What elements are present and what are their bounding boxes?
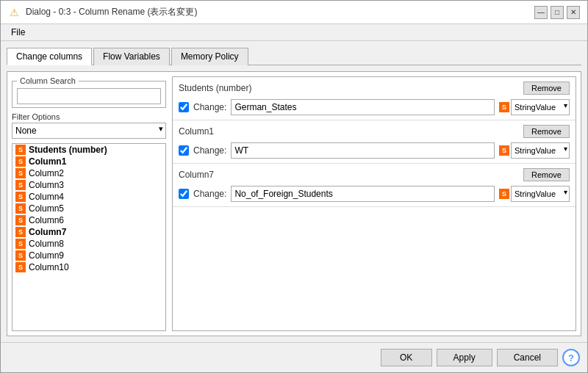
list-item[interactable]: SColumn6 bbox=[12, 214, 165, 226]
section-header: Column7Remove bbox=[179, 168, 570, 181]
apply-button[interactable]: Apply bbox=[437, 349, 492, 366]
main-window: ⚠ Dialog - 0:3 - Column Rename (表示名変更) —… bbox=[0, 0, 588, 373]
empty-space bbox=[173, 207, 576, 330]
column-name-label: Column1 bbox=[29, 156, 66, 167]
s-type-icon: S bbox=[15, 239, 26, 249]
change-label: Change: bbox=[193, 102, 226, 112]
type-select-outer: StringValue bbox=[511, 142, 570, 159]
change-checkbox[interactable] bbox=[179, 102, 189, 112]
change-row: Change:SStringValue bbox=[179, 99, 570, 115]
filter-label: Filter Options bbox=[12, 112, 166, 121]
list-item[interactable]: SColumn10 bbox=[12, 261, 165, 273]
s-type-icon: S bbox=[15, 215, 26, 225]
list-item[interactable]: SColumn9 bbox=[12, 250, 165, 261]
s-type-icon: S bbox=[15, 156, 26, 167]
rename-section: Column7RemoveChange:SStringValue bbox=[173, 164, 576, 207]
column-list: SStudents (number)SColumn1SColumn2SColum… bbox=[12, 143, 166, 331]
footer: OK Apply Cancel ? bbox=[1, 342, 587, 372]
s-type-badge: S bbox=[499, 102, 509, 112]
column-name-label: Column4 bbox=[29, 192, 64, 202]
rename-input[interactable] bbox=[231, 186, 495, 202]
s-type-icon: S bbox=[15, 227, 26, 237]
list-item[interactable]: SColumn5 bbox=[12, 203, 165, 214]
s-type-icon: S bbox=[15, 250, 26, 261]
filter-select-wrapper: None bbox=[12, 123, 166, 139]
remove-button[interactable]: Remove bbox=[523, 82, 570, 95]
rename-input[interactable] bbox=[231, 99, 495, 115]
tab-flow-variables[interactable]: Flow Variables bbox=[93, 48, 170, 65]
column-name-label: Column9 bbox=[29, 250, 64, 261]
title-controls: — □ ✕ bbox=[534, 6, 580, 19]
type-select[interactable]: StringValue bbox=[511, 142, 570, 159]
cancel-button[interactable]: Cancel bbox=[497, 349, 558, 366]
filter-select[interactable]: None bbox=[12, 123, 166, 139]
title-bar: ⚠ Dialog - 0:3 - Column Rename (表示名変更) —… bbox=[1, 1, 587, 24]
rename-input[interactable] bbox=[231, 142, 495, 159]
rename-section: Students (number)RemoveChange:SStringVal… bbox=[173, 77, 576, 120]
s-type-icon: S bbox=[15, 203, 26, 214]
ok-button[interactable]: OK bbox=[381, 349, 432, 366]
right-panel: Students (number)RemoveChange:SStringVal… bbox=[172, 76, 576, 331]
list-item[interactable]: SColumn1 bbox=[12, 156, 165, 167]
title-bar-left: ⚠ Dialog - 0:3 - Column Rename (表示名変更) bbox=[8, 6, 197, 18]
s-type-badge: S bbox=[499, 145, 509, 156]
tab-change-columns[interactable]: Change columns bbox=[7, 48, 92, 65]
type-select[interactable]: StringValue bbox=[511, 186, 570, 202]
list-item[interactable]: SColumn4 bbox=[12, 191, 165, 203]
close-button[interactable]: ✕ bbox=[567, 6, 580, 19]
tab-memory-policy[interactable]: Memory Policy bbox=[171, 48, 248, 65]
change-label: Change: bbox=[193, 145, 226, 156]
column-name-label: Students (number) bbox=[29, 145, 107, 155]
type-select[interactable]: StringValue bbox=[511, 99, 570, 115]
type-select-outer: StringValue bbox=[511, 186, 570, 202]
section-title: Column1 bbox=[179, 126, 214, 137]
window-title: Dialog - 0:3 - Column Rename (表示名変更) bbox=[26, 6, 197, 18]
list-item[interactable]: SColumn7 bbox=[12, 226, 165, 238]
menu-bar: File bbox=[1, 24, 587, 41]
list-item[interactable]: SStudents (number) bbox=[12, 144, 165, 156]
type-select-wrapper: SStringValue bbox=[499, 186, 570, 202]
warning-icon: ⚠ bbox=[8, 7, 20, 18]
list-item[interactable]: SColumn8 bbox=[12, 238, 165, 250]
s-type-icon: S bbox=[15, 262, 26, 272]
section-title: Column7 bbox=[179, 170, 214, 180]
help-button[interactable]: ? bbox=[562, 349, 580, 366]
column-name-label: Column5 bbox=[29, 203, 64, 214]
tab-content: Column Search Filter Options None SStude… bbox=[7, 71, 581, 336]
list-item[interactable]: SColumn2 bbox=[12, 167, 165, 179]
column-search-group: Column Search bbox=[12, 76, 166, 108]
s-type-icon: S bbox=[15, 180, 26, 190]
remove-button[interactable]: Remove bbox=[523, 125, 570, 138]
filter-options-group: Filter Options None bbox=[12, 112, 166, 139]
maximize-button[interactable]: □ bbox=[551, 6, 564, 19]
column-name-label: Column8 bbox=[29, 239, 64, 249]
file-menu[interactable]: File bbox=[7, 26, 29, 39]
s-type-icon: S bbox=[15, 192, 26, 202]
column-name-label: Column10 bbox=[29, 262, 69, 272]
list-item[interactable]: SColumn3 bbox=[12, 179, 165, 191]
type-select-outer: StringValue bbox=[511, 99, 570, 115]
left-panel: Column Search Filter Options None SStude… bbox=[12, 76, 166, 331]
change-label: Change: bbox=[193, 189, 226, 199]
tab-bar: Change columns Flow Variables Memory Pol… bbox=[7, 47, 581, 65]
column-name-label: Column2 bbox=[29, 168, 64, 178]
search-input[interactable] bbox=[17, 88, 161, 104]
remove-button[interactable]: Remove bbox=[523, 168, 570, 181]
main-content: Change columns Flow Variables Memory Pol… bbox=[1, 41, 587, 342]
section-title: Students (number) bbox=[179, 83, 251, 93]
column-name-label: Column7 bbox=[29, 227, 66, 237]
change-row: Change:SStringValue bbox=[179, 142, 570, 159]
s-type-badge: S bbox=[499, 189, 509, 199]
s-type-icon: S bbox=[15, 145, 26, 155]
section-header: Students (number)Remove bbox=[179, 82, 570, 95]
column-search-legend: Column Search bbox=[17, 76, 79, 85]
change-row: Change:SStringValue bbox=[179, 186, 570, 202]
change-checkbox[interactable] bbox=[179, 189, 189, 199]
minimize-button[interactable]: — bbox=[534, 6, 548, 19]
section-header: Column1Remove bbox=[179, 125, 570, 138]
type-select-wrapper: SStringValue bbox=[499, 142, 570, 159]
s-type-icon: S bbox=[15, 168, 26, 178]
type-select-wrapper: SStringValue bbox=[499, 99, 570, 115]
column-name-label: Column3 bbox=[29, 180, 64, 190]
change-checkbox[interactable] bbox=[179, 145, 189, 156]
